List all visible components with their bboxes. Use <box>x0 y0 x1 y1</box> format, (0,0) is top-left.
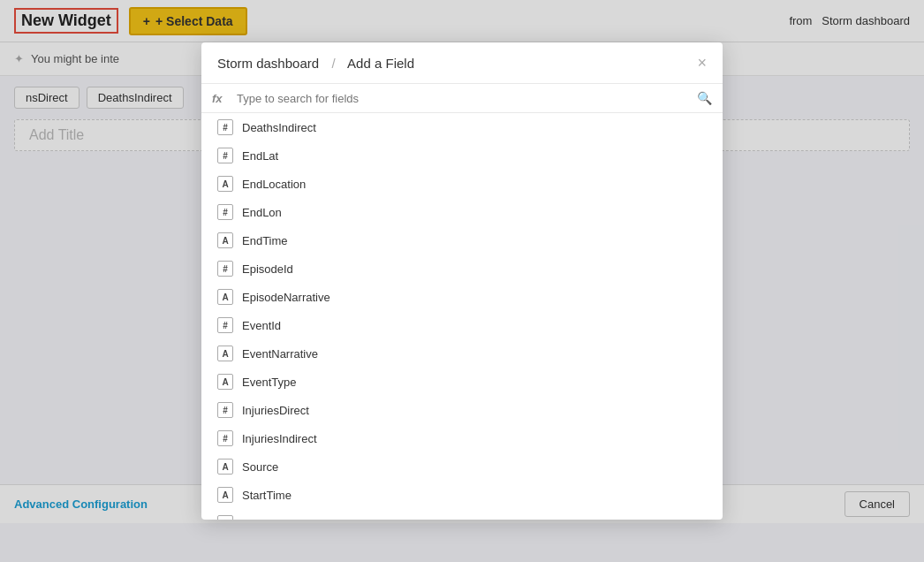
fx-label: fx <box>212 92 230 105</box>
field-type-badge: A <box>217 289 233 305</box>
field-list-item[interactable]: #EventId <box>201 311 723 339</box>
field-name: EndLon <box>242 206 282 219</box>
field-type-badge: # <box>217 261 233 277</box>
field-name: EventType <box>242 376 296 389</box>
modal-title: Storm dashboard / Add a Field <box>217 56 414 71</box>
field-type-badge: A <box>217 374 233 390</box>
field-type-badge: A <box>217 232 233 248</box>
field-name: EventId <box>242 319 281 332</box>
field-list-item[interactable]: AState <box>201 509 723 520</box>
field-list-item[interactable]: AStartTime <box>201 481 723 509</box>
modal-overlay: Storm dashboard / Add a Field × fx 🔍 #De… <box>0 0 924 562</box>
search-icon: 🔍 <box>697 91 712 105</box>
field-name: EpisodeId <box>242 262 293 276</box>
field-name: State <box>242 517 269 520</box>
field-name: EndLocation <box>242 178 306 191</box>
field-list-item[interactable]: #EpisodeId <box>201 254 723 283</box>
field-name: EpisodeNarrative <box>242 291 330 304</box>
field-list-item[interactable]: #InjuriesIndirect <box>201 424 723 452</box>
field-list-item[interactable]: ASource <box>201 452 723 481</box>
field-list-item[interactable]: #InjuriesDirect <box>201 396 723 424</box>
field-name: Source <box>242 460 278 474</box>
field-list-item[interactable]: #DeathsIndirect <box>201 113 723 141</box>
add-field-modal: Storm dashboard / Add a Field × fx 🔍 #De… <box>201 42 723 520</box>
modal-close-button[interactable]: × <box>697 55 707 71</box>
search-input[interactable] <box>237 92 690 105</box>
breadcrumb-separator: / <box>328 56 339 71</box>
field-type-badge: # <box>217 317 233 333</box>
field-name: EndTime <box>242 234 288 247</box>
field-type-badge: # <box>217 148 233 163</box>
field-list-item[interactable]: #EndLat <box>201 141 723 170</box>
field-name: StartTime <box>242 489 292 502</box>
field-list-item[interactable]: #EndLon <box>201 198 723 226</box>
field-type-badge: A <box>217 515 233 520</box>
field-type-badge: # <box>217 119 233 135</box>
field-name: InjuriesDirect <box>242 404 309 417</box>
field-type-badge: A <box>217 459 233 475</box>
field-type-badge: A <box>217 346 233 361</box>
field-list-item[interactable]: AEventNarrative <box>201 339 723 368</box>
modal-breadcrumb2: Add a Field <box>347 56 414 71</box>
field-list-item[interactable]: AEndLocation <box>201 170 723 198</box>
field-list: #DeathsIndirect#EndLatAEndLocation#EndLo… <box>201 113 723 520</box>
field-type-badge: A <box>217 176 233 192</box>
field-type-badge: # <box>217 204 233 220</box>
field-name: EndLat <box>242 149 278 163</box>
field-name: EventNarrative <box>242 347 318 361</box>
field-type-badge: A <box>217 487 233 503</box>
modal-search-bar: fx 🔍 <box>201 84 723 113</box>
field-list-item[interactable]: AEventType <box>201 368 723 396</box>
field-type-badge: # <box>217 402 233 418</box>
field-list-item[interactable]: AEpisodeNarrative <box>201 283 723 311</box>
modal-breadcrumb1: Storm dashboard <box>217 56 319 71</box>
field-name: InjuriesIndirect <box>242 432 317 445</box>
field-type-badge: # <box>217 430 233 446</box>
modal-header: Storm dashboard / Add a Field × <box>201 42 723 84</box>
field-list-item[interactable]: AEndTime <box>201 226 723 254</box>
field-name: DeathsIndirect <box>242 121 316 134</box>
